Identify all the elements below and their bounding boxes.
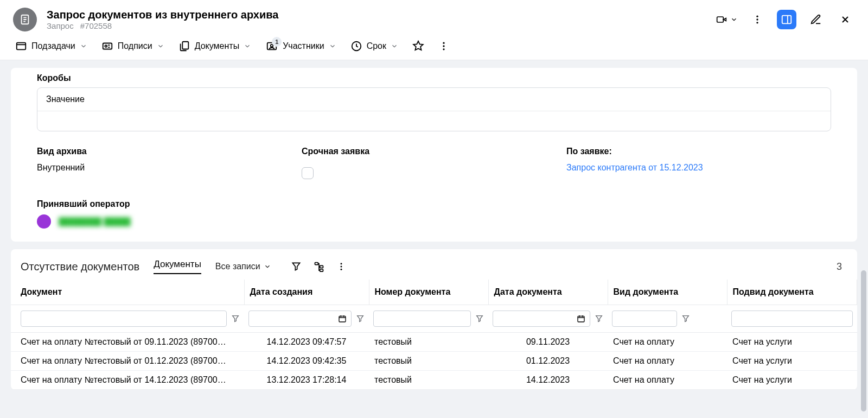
users-icon: 1 [265, 40, 278, 52]
cell-created: 13.12.2023 17:28:14 [244, 371, 369, 390]
operator-avatar[interactable] [37, 214, 51, 229]
svg-point-13 [443, 42, 444, 44]
favorite-button[interactable] [412, 40, 424, 52]
boxes-label: Коробы [37, 68, 831, 83]
table-row[interactable]: Счет на оплату №тестовый от 14.12.2023 (… [11, 371, 857, 390]
scrollbar[interactable] [861, 33, 866, 413]
urgent-checkbox[interactable] [302, 167, 314, 179]
table-filter-select[interactable]: Все записи [215, 262, 271, 271]
cell-doc-type: Счет на оплату [608, 333, 727, 352]
cell-doc-date: 14.12.2023 [488, 371, 608, 390]
svg-rect-16 [315, 263, 318, 265]
toolbar: Подзадачи Подписи Документы 1 Участники … [0, 35, 868, 60]
funnel-icon[interactable] [595, 314, 603, 323]
filter-document-input[interactable] [21, 311, 227, 327]
calendar-icon [338, 314, 347, 323]
boxes-table-header: Значение [37, 88, 831, 111]
cell-created: 14.12.2023 09:47:57 [244, 333, 369, 352]
col-number[interactable]: Номер документа [369, 280, 488, 305]
table-row[interactable]: Счет на оплату №тестовый от 01.12.2023 (… [11, 352, 857, 371]
page-header: Запрос документов из внутреннего архива … [0, 0, 868, 35]
chevron-down-icon [244, 42, 251, 50]
chevron-down-icon [157, 42, 164, 50]
cell-doc-subtype: Счет на услуги [727, 352, 857, 371]
svg-rect-18 [320, 269, 323, 271]
toolbar-more-icon[interactable] [438, 41, 449, 52]
page-id: #702558 [80, 21, 112, 30]
cell-number: тестовый [369, 371, 488, 390]
chevron-down-icon [329, 42, 336, 50]
svg-rect-9 [182, 42, 188, 49]
deadline-menu[interactable]: Срок [350, 40, 398, 52]
calendar-icon [577, 314, 585, 323]
svg-point-19 [340, 263, 342, 264]
by-request-link[interactable]: Запрос контрагента от 15.12.2023 [566, 163, 831, 173]
cell-created: 14.12.2023 09:42:35 [244, 352, 369, 371]
cell-number: тестовый [369, 352, 488, 371]
urgent-label: Срочная заявка [302, 147, 566, 156]
boxes-table-body[interactable] [37, 111, 831, 131]
svg-rect-6 [17, 43, 26, 50]
participants-count-badge: 1 [272, 37, 282, 47]
more-vertical-icon[interactable] [748, 10, 767, 29]
svg-point-21 [340, 269, 342, 270]
cell-document: Счет на оплату №тестовый от 01.12.2023 (… [11, 352, 244, 371]
tree-icon[interactable] [314, 261, 324, 272]
filter-created-input[interactable] [248, 311, 352, 327]
signatures-menu[interactable]: Подписи [101, 40, 164, 52]
cell-number: тестовый [369, 333, 488, 352]
by-request-label: По заявке: [566, 147, 831, 156]
col-doc-subtype[interactable]: Подвид документа [727, 280, 857, 305]
filter-doc-date-input[interactable] [493, 311, 590, 327]
edit-button[interactable] [806, 10, 826, 29]
table-section-title: Отсутствие документов [21, 261, 139, 273]
svg-point-20 [340, 266, 342, 268]
funnel-icon[interactable] [475, 314, 484, 323]
page-type: Запрос [47, 21, 74, 30]
col-created[interactable]: Дата создания [244, 280, 369, 305]
page-title: Запрос документов из внутреннего архива [47, 9, 715, 21]
layout-toggle-button[interactable] [777, 10, 796, 29]
close-button[interactable] [835, 10, 855, 29]
cell-doc-date: 09.11.2023 [488, 333, 608, 352]
scrollbar-thumb[interactable] [861, 270, 866, 411]
video-call-button[interactable] [715, 10, 738, 29]
participants-menu[interactable]: 1 Участники [265, 40, 336, 52]
chevron-down-icon [80, 42, 87, 50]
table-filter-label: Все записи [215, 262, 260, 271]
signatures-label: Подписи [118, 41, 152, 51]
participants-label: Участники [283, 41, 324, 51]
svg-point-15 [443, 48, 444, 50]
funnel-icon[interactable] [681, 314, 690, 323]
boxes-table: Значение [37, 87, 831, 131]
svg-rect-5 [782, 16, 792, 24]
svg-rect-17 [320, 265, 323, 268]
funnel-icon[interactable] [356, 314, 365, 323]
documents-table: Документ Дата создания Номер документа Д… [11, 280, 857, 390]
subtasks-menu[interactable]: Подзадачи [15, 40, 87, 52]
col-doc-date[interactable]: Дата документа [488, 280, 608, 305]
svg-point-4 [756, 22, 758, 23]
cell-doc-subtype: Счет на услуги [727, 333, 857, 352]
table-more-icon[interactable] [336, 262, 346, 271]
subtasks-label: Подзадачи [31, 41, 75, 51]
cell-doc-date: 01.12.2023 [488, 352, 608, 371]
documents-label: Документы [195, 41, 239, 51]
svg-point-14 [443, 45, 444, 47]
funnel-icon[interactable] [231, 314, 240, 323]
svg-rect-22 [339, 316, 346, 322]
svg-point-3 [756, 18, 758, 20]
filter-number-input[interactable] [373, 311, 471, 327]
funnel-icon[interactable] [291, 261, 302, 272]
svg-rect-23 [578, 316, 584, 322]
documents-menu[interactable]: Документы [178, 40, 251, 52]
col-document[interactable]: Документ [11, 280, 244, 305]
filter-doc-type-input[interactable] [612, 311, 677, 327]
col-doc-type[interactable]: Вид документа [608, 280, 727, 305]
filter-doc-subtype-input[interactable] [731, 311, 853, 327]
cell-doc-type: Счет на оплату [608, 371, 727, 390]
table-row[interactable]: Счет на оплату №тестовый от 09.11.2023 (… [11, 333, 857, 352]
archive-type-label: Вид архива [37, 147, 302, 156]
table-tab-documents[interactable]: Документы [154, 259, 201, 274]
operator-name[interactable]: ████████ █████ [59, 217, 131, 226]
